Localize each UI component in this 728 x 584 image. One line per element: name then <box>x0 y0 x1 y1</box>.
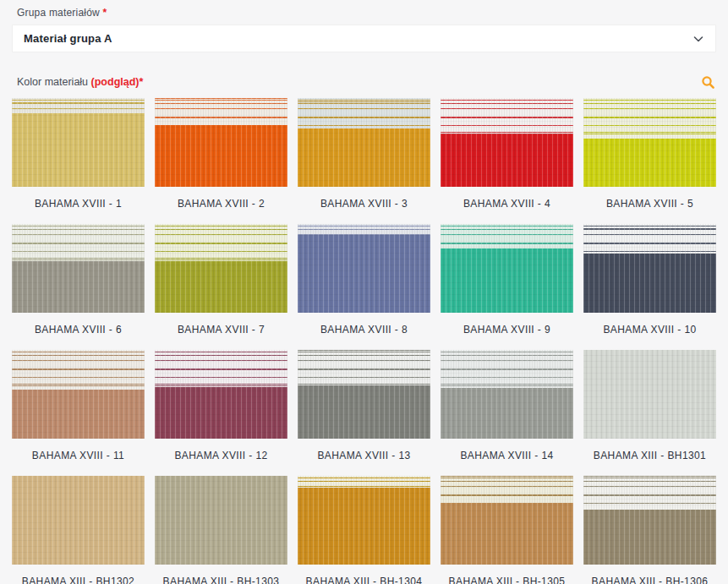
swatch-tile-4[interactable]: BAHAMA XVIII - 4 <box>441 98 573 210</box>
swatch-tile-11[interactable]: BAHAMA XVIII - 11 <box>12 350 145 461</box>
swatch-label: BAHAMA XVIII - 10 <box>583 324 716 336</box>
swatch-label: BAHAMA XVIII - 5 <box>583 198 716 210</box>
required-asterisk: * <box>102 7 107 19</box>
swatch-tile-9[interactable]: BAHAMA XVIII - 9 <box>441 224 573 336</box>
swatch-label: BAHAMA XVIII - 2 <box>155 198 287 210</box>
swatch-sheer-band <box>583 98 716 139</box>
material-group-label-text: Grupa materiałów <box>17 7 100 19</box>
swatch-grid: BAHAMA XVIII - 1BAHAMA XVIII - 2BAHAMA X… <box>12 98 716 584</box>
swatch-label: BAHAMA XIII - BH-1305 <box>441 576 573 584</box>
color-field-header: Kolor materiału (podgląd)* <box>12 74 716 90</box>
material-group-select[interactable]: Materiał grupa A <box>12 25 716 52</box>
swatch-tile-18[interactable]: BAHAMA XIII - BH-1304 <box>298 476 430 584</box>
color-preview-text: (podgląd) <box>91 76 140 88</box>
swatch-image <box>12 350 145 439</box>
swatch-sheer-band <box>12 224 145 261</box>
swatch-image <box>583 476 716 565</box>
swatch-sheer-band <box>583 476 716 510</box>
material-configurator: Grupa materiałów * Materiał grupa A Kolo… <box>0 0 728 584</box>
swatch-image <box>155 224 287 313</box>
swatch-label: BAHAMA XVIII - 11 <box>12 450 145 461</box>
color-preview-flag: (podgląd)* <box>91 76 144 88</box>
swatch-image <box>583 350 716 439</box>
swatch-label: BAHAMA XVIII - 9 <box>441 324 573 336</box>
swatch-image <box>298 350 430 439</box>
swatch-image <box>155 350 287 439</box>
swatch-sheer-band <box>298 476 430 488</box>
swatch-sheer-band <box>12 350 145 390</box>
material-group-selected-value: Materiał grupa A <box>24 32 112 45</box>
swatch-label: BAHAMA XVIII - 8 <box>298 324 430 336</box>
swatch-image <box>298 98 430 187</box>
swatch-tile-3[interactable]: BAHAMA XVIII - 3 <box>298 98 430 210</box>
swatch-image <box>155 476 287 565</box>
swatch-tile-14[interactable]: BAHAMA XVIII - 14 <box>441 350 573 461</box>
color-label-text: Kolor materiału <box>17 76 88 88</box>
swatch-image <box>155 98 287 187</box>
swatch-image <box>12 476 145 565</box>
swatch-tile-17[interactable]: BAHAMA XIII - BH-1303 <box>155 476 287 584</box>
swatch-sheer-band <box>12 98 145 113</box>
swatch-label: BAHAMA XVIII - 1 <box>12 198 145 210</box>
swatch-label: BAHAMA XIII - BH-1303 <box>155 576 287 584</box>
swatch-sheer-band <box>298 98 430 128</box>
swatch-tile-10[interactable]: BAHAMA XVIII - 10 <box>583 224 716 336</box>
material-group-label: Grupa materiałów * <box>17 7 716 19</box>
swatch-sheer-band <box>441 224 573 248</box>
swatch-sheer-band <box>441 98 573 134</box>
swatch-tile-2[interactable]: BAHAMA XVIII - 2 <box>155 98 287 210</box>
swatch-tile-13[interactable]: BAHAMA XVIII - 13 <box>298 350 430 461</box>
swatch-sheer-band <box>441 476 573 503</box>
swatch-label: BAHAMA XIII - BH1301 <box>583 450 716 461</box>
swatch-label: BAHAMA XIII - BH1302 <box>12 576 145 584</box>
swatch-tile-8[interactable]: BAHAMA XVIII - 8 <box>298 224 430 336</box>
swatch-tile-19[interactable]: BAHAMA XIII - BH-1305 <box>441 476 573 584</box>
search-icon <box>701 75 715 90</box>
chevron-down-icon <box>692 33 704 45</box>
swatch-tile-5[interactable]: BAHAMA XVIII - 5 <box>583 98 716 210</box>
swatch-image <box>583 98 716 187</box>
swatch-image <box>441 98 573 187</box>
swatch-sheer-band <box>441 350 573 388</box>
swatch-image <box>583 224 716 313</box>
swatch-sheer-band <box>298 350 430 385</box>
color-required-asterisk: * <box>140 76 144 88</box>
swatch-image <box>298 476 430 565</box>
swatch-tile-12[interactable]: BAHAMA XVIII - 12 <box>155 350 287 461</box>
swatch-tile-1[interactable]: BAHAMA XVIII - 1 <box>12 98 145 210</box>
swatch-sheer-band <box>155 98 287 125</box>
swatch-sheer-band <box>155 350 287 387</box>
swatch-sheer-band <box>583 224 716 254</box>
swatch-label: BAHAMA XVIII - 12 <box>155 450 287 461</box>
swatch-tile-7[interactable]: BAHAMA XVIII - 7 <box>155 224 287 336</box>
swatch-label: BAHAMA XVIII - 6 <box>12 324 145 336</box>
search-button[interactable] <box>699 74 716 90</box>
swatch-tile-16[interactable]: BAHAMA XIII - BH1302 <box>12 476 145 584</box>
swatch-image <box>441 224 573 313</box>
swatch-label: BAHAMA XVIII - 14 <box>441 450 573 461</box>
color-label: Kolor materiału (podgląd)* <box>17 76 143 88</box>
swatch-image <box>298 224 430 313</box>
swatch-sheer-band <box>155 224 287 261</box>
swatch-tile-6[interactable]: BAHAMA XVIII - 6 <box>12 224 145 336</box>
swatch-tile-20[interactable]: BAHAMA XIII - BH-1306 <box>583 476 716 584</box>
swatch-label: BAHAMA XIII - BH-1306 <box>583 576 716 584</box>
swatch-label: BAHAMA XVIII - 4 <box>441 198 573 210</box>
swatch-label: BAHAMA XIII - BH-1304 <box>298 576 430 584</box>
swatch-label: BAHAMA XVIII - 3 <box>298 198 430 210</box>
swatch-sheer-band <box>298 224 430 235</box>
swatch-label: BAHAMA XVIII - 13 <box>298 450 430 461</box>
swatch-image <box>12 224 145 313</box>
swatch-image <box>441 350 573 439</box>
swatch-tile-15[interactable]: BAHAMA XIII - BH1301 <box>583 350 716 461</box>
swatch-image <box>441 476 573 565</box>
swatch-label: BAHAMA XVIII - 7 <box>155 324 287 336</box>
swatch-image <box>12 98 145 187</box>
